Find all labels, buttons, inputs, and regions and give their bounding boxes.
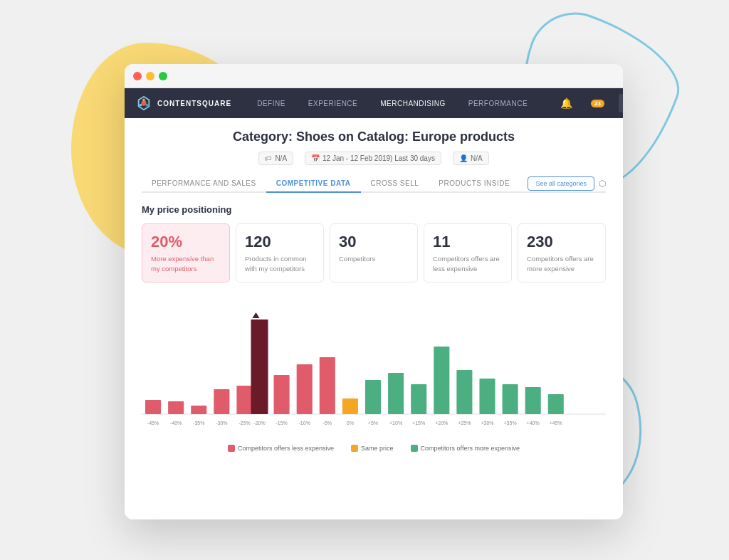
legend-orange: Same price bbox=[351, 445, 394, 452]
svg-text:+30%: +30% bbox=[481, 421, 493, 426]
legend-green-dot bbox=[411, 445, 418, 452]
legend-orange-label: Same price bbox=[361, 445, 394, 452]
kpi-label-2: Competitors bbox=[339, 254, 409, 263]
section-title: My price positioning bbox=[142, 204, 606, 215]
filter-tag[interactable]: 🏷 N/A bbox=[258, 152, 293, 165]
svg-rect-17 bbox=[365, 380, 381, 414]
legend-red: Competitors offers less expensive bbox=[228, 445, 334, 452]
filter-user[interactable]: 👤 N/A bbox=[453, 152, 489, 165]
tab-products-inside[interactable]: PRODUCTS INSIDE bbox=[429, 175, 520, 191]
kpi-label-3: Competitors offers are less expensive bbox=[433, 254, 503, 273]
window-controls bbox=[133, 72, 167, 80]
kpi-label-4: Competitors offers are more expensive bbox=[527, 254, 597, 273]
filters-bar: 🏷 N/A 📅 12 Jan - 12 Feb 2019) Last 30 da… bbox=[142, 152, 606, 165]
svg-rect-18 bbox=[388, 373, 404, 414]
legend-green: Competitors offers more expensive bbox=[411, 445, 520, 452]
calendar-icon: 📅 bbox=[311, 154, 320, 162]
svg-text:+40%: +40% bbox=[527, 421, 540, 426]
nav-performance[interactable]: PERFORMANCE bbox=[464, 97, 532, 110]
svg-point-4 bbox=[140, 104, 142, 107]
nav-experience[interactable]: EXPERIENCE bbox=[304, 97, 362, 110]
svg-rect-14 bbox=[297, 364, 313, 414]
tab-cross-sell[interactable]: CROSS SELL bbox=[361, 175, 429, 191]
kpi-number-2: 30 bbox=[339, 233, 409, 251]
main-content: Category: Shoes on Catalog: Europe produ… bbox=[125, 118, 623, 519]
svg-text:+45%: +45% bbox=[550, 421, 562, 426]
svg-point-1 bbox=[141, 100, 146, 105]
svg-rect-6 bbox=[145, 400, 161, 414]
kpi-card-4: 230 Competitors offers are more expensiv… bbox=[518, 223, 606, 282]
tag-icon: 🏷 bbox=[265, 154, 272, 162]
svg-text:+25%: +25% bbox=[458, 421, 471, 426]
svg-text:+20%: +20% bbox=[435, 421, 448, 426]
svg-text:-20%: -20% bbox=[253, 421, 265, 426]
svg-rect-9 bbox=[214, 389, 229, 414]
svg-rect-13 bbox=[274, 375, 290, 414]
kpi-number-1: 120 bbox=[245, 233, 315, 251]
navbar: CONTENTSQUARE DEFINE EXPERIENCE MERCHAND… bbox=[125, 88, 623, 118]
svg-rect-19 bbox=[411, 384, 426, 414]
svg-text:+10%: +10% bbox=[389, 421, 402, 426]
filter-user-label: N/A bbox=[471, 154, 483, 162]
logo: CONTENTSQUARE bbox=[136, 95, 231, 111]
svg-text:-5%: -5% bbox=[323, 421, 332, 426]
minimize-button[interactable] bbox=[146, 72, 154, 80]
chart-svg: -45% -40% -35% -30% -25% -20% -15% -10% … bbox=[142, 297, 606, 439]
kpi-number-4: 230 bbox=[527, 233, 597, 251]
svg-rect-15 bbox=[320, 357, 335, 414]
logo-icon bbox=[136, 95, 152, 111]
svg-text:+35%: +35% bbox=[504, 421, 517, 426]
close-button[interactable] bbox=[133, 72, 142, 80]
nav-define[interactable]: DEFINE bbox=[253, 97, 290, 110]
legend-orange-dot bbox=[351, 445, 358, 452]
page-title: Category: Shoes on Catalog: Europe produ… bbox=[142, 130, 606, 144]
svg-point-2 bbox=[142, 99, 145, 102]
svg-text:-30%: -30% bbox=[216, 421, 227, 426]
tab-bar: PERFORMANCE AND SALES COMPETITIVE DATA C… bbox=[142, 175, 606, 193]
notification-bell-icon[interactable]: 🔔 bbox=[560, 97, 572, 109]
project-selector[interactable]: Customer project ∨ bbox=[619, 94, 623, 112]
see-all-categories-button[interactable]: See all categories bbox=[528, 176, 594, 191]
legend-red-label: Competitors offers less expensive bbox=[238, 445, 334, 452]
filter-date-label: 12 Jan - 12 Feb 2019) Last 30 days bbox=[322, 154, 435, 162]
svg-rect-22 bbox=[479, 379, 495, 414]
maximize-button[interactable] bbox=[159, 72, 167, 80]
svg-rect-24 bbox=[525, 387, 541, 414]
kpi-row: 20% More expensive than my competitors 1… bbox=[142, 223, 606, 282]
filter-date[interactable]: 📅 12 Jan - 12 Feb 2019) Last 30 days bbox=[305, 152, 441, 165]
kpi-label-1: Products in common with my competitors bbox=[245, 254, 315, 273]
kpi-card-2: 30 Competitors bbox=[330, 223, 418, 282]
chart-legend: Competitors offers less expensive Same p… bbox=[142, 445, 606, 452]
scene: CONTENTSQUARE DEFINE EXPERIENCE MERCHAND… bbox=[0, 0, 729, 560]
svg-text:-40%: -40% bbox=[170, 421, 182, 426]
logo-text: CONTENTSQUARE bbox=[157, 100, 231, 107]
browser-window: CONTENTSQUARE DEFINE EXPERIENCE MERCHAND… bbox=[125, 64, 623, 519]
tab-competitive-data[interactable]: COMPETITIVE DATA bbox=[266, 175, 361, 191]
svg-text:+5%: +5% bbox=[368, 421, 378, 426]
svg-text:+15%: +15% bbox=[412, 421, 425, 426]
svg-rect-10 bbox=[236, 386, 252, 414]
svg-rect-12 bbox=[251, 319, 268, 414]
svg-marker-11 bbox=[252, 312, 259, 318]
user-filter-icon: 👤 bbox=[459, 154, 468, 162]
svg-point-3 bbox=[146, 104, 149, 107]
filter-tag-label: N/A bbox=[275, 154, 287, 162]
tab-performance-sales[interactable]: PERFORMANCE AND SALES bbox=[142, 175, 266, 191]
kpi-card-0: 20% More expensive than my competitors bbox=[142, 223, 230, 282]
notification-badge: 23 bbox=[591, 100, 604, 107]
kpi-card-1: 120 Products in common with my competito… bbox=[236, 223, 324, 282]
kpi-number-3: 11 bbox=[433, 233, 503, 251]
kpi-label-0: More expensive than my competitors bbox=[151, 254, 221, 273]
nav-merchandising[interactable]: MERCHANDISING bbox=[376, 97, 450, 110]
svg-rect-25 bbox=[548, 394, 564, 414]
svg-text:-10%: -10% bbox=[299, 421, 310, 426]
export-icon[interactable]: ⬡ bbox=[599, 179, 606, 189]
svg-text:-25%: -25% bbox=[238, 421, 250, 426]
kpi-number-0: 20% bbox=[151, 233, 221, 251]
svg-text:-45%: -45% bbox=[147, 421, 159, 426]
browser-chrome bbox=[125, 64, 623, 88]
price-positioning-chart: -45% -40% -35% -30% -25% -20% -15% -10% … bbox=[142, 297, 606, 439]
svg-rect-16 bbox=[342, 398, 358, 414]
kpi-card-3: 11 Competitors offers are less expensive bbox=[424, 223, 512, 282]
svg-rect-20 bbox=[434, 347, 449, 414]
